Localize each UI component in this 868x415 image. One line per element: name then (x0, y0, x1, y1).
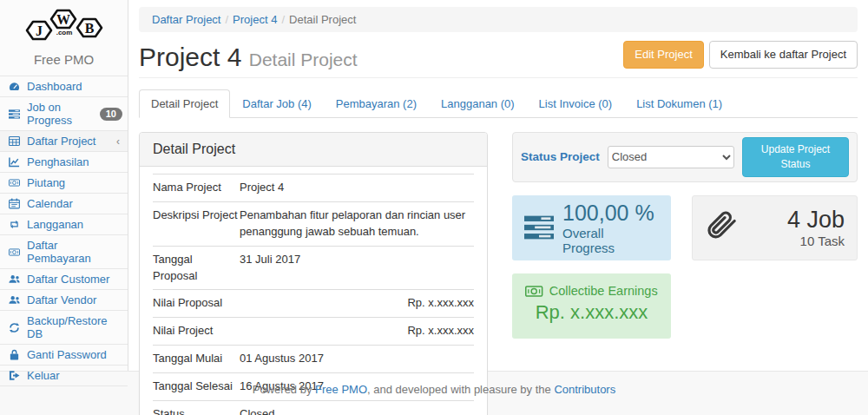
sidebar-item-label: Daftar Vendor (27, 293, 96, 306)
tab-content: Detail Project Nama ProjectProject 4Desk… (139, 132, 858, 415)
detail-row-value: 31 Juli 2017 (240, 246, 474, 290)
retweet-icon (7, 219, 22, 230)
status-project-select[interactable]: Closed (608, 146, 734, 168)
sidebar-item-job-on-progress[interactable]: Job on Progress10 (0, 97, 128, 131)
footer-link-contributors[interactable]: Contributors (554, 383, 615, 396)
sidebar-item-label: Piutang (27, 176, 65, 189)
overall-progress-box: 100,00 % Overall Progress (512, 195, 671, 260)
sidebar-item-label: Langganan (27, 218, 83, 231)
breadcrumb-item-detail-project: Detail Project (289, 13, 356, 26)
earnings-value: Rp. x.xxx.xxx (524, 301, 659, 324)
users-icon (7, 294, 22, 306)
job-count-badge: 10 (100, 108, 122, 121)
detail-row-value: Closed (240, 400, 474, 415)
tab-list-invoice-0-[interactable]: List Invoice (0) (527, 89, 625, 118)
logo-letter-b: B (84, 21, 94, 36)
page-subtitle: Detail Project (249, 49, 358, 69)
tab-bar: Detail ProjectDaftar Job (4)Pembayaran (… (139, 89, 858, 118)
money-icon (7, 177, 22, 188)
sidebar-item-daftar-vendor[interactable]: Daftar Vendor (0, 290, 128, 311)
calendar-icon (7, 198, 22, 209)
signout-icon (7, 370, 22, 381)
status-project-bar: Status Project Closed Update Project Sta… (512, 132, 858, 182)
sidebar-item-ganti-password[interactable]: Ganti Password (0, 345, 128, 366)
tab-pembayaran-2-[interactable]: Pembayaran (2) (324, 89, 429, 118)
detail-panel-title: Detail Project (140, 133, 487, 167)
detail-row-label: Nilai Project (153, 318, 240, 346)
page-title-text: Project 4 (139, 43, 241, 71)
chart-icon (7, 156, 22, 168)
table-row: Tanggal Mulai01 Agustus 2017 (153, 346, 474, 373)
sidebar-item-calendar[interactable]: Calendar (0, 194, 128, 214)
sidebar-item-backup-restore-db[interactable]: Backup/Restore DB (0, 311, 128, 345)
breadcrumb-item-daftar-project[interactable]: Daftar Project (152, 13, 220, 26)
sidebar-item-label: Daftar Project (27, 135, 95, 148)
stat-row-2: Collectibe Earnings Rp. x.xxx.xxx (512, 273, 858, 339)
logo-letter-w: W (56, 12, 70, 27)
job-count: 4 Job (787, 208, 845, 234)
sidebar-item-daftar-customer[interactable]: Daftar Customer (0, 269, 128, 290)
status-project-label: Status Project (521, 150, 600, 163)
sidebar-item-daftar-pembayaran[interactable]: Daftar Pembayaran (0, 235, 128, 269)
detail-row-label: Status (153, 400, 240, 415)
breadcrumb-item-project-4[interactable]: Project 4 (233, 13, 277, 26)
detail-row-value: 01 Agustus 2017 (240, 346, 474, 373)
detail-row-value: Penambahan fitur pelaporan dan rincian u… (240, 202, 474, 247)
table-icon (7, 135, 22, 147)
detail-panel: Detail Project Nama ProjectProject 4Desk… (139, 132, 488, 415)
money-icon (525, 284, 542, 299)
users-icon (7, 273, 22, 285)
detail-row-label: Nama Project (153, 175, 240, 202)
page-title: Project 4 Detail Project (139, 44, 358, 70)
sidebar-item-label: Dashboard (27, 80, 82, 93)
tab-daftar-job-4-[interactable]: Daftar Job (4) (230, 89, 323, 118)
earnings-label: Collectibe Earnings (549, 284, 658, 298)
tasks-icon (7, 109, 22, 120)
brand-name: Free PMO (0, 49, 128, 76)
sidebar-item-keluar[interactable]: Keluar (0, 366, 128, 386)
jwb-logo-icon: J W B .com (19, 6, 109, 46)
tab-detail-project[interactable]: Detail Project (139, 89, 230, 118)
edit-project-button[interactable]: Edit Project (623, 41, 703, 69)
update-project-status-button[interactable]: Update Project Status (742, 137, 849, 177)
sidebar-item-daftar-project[interactable]: Daftar Project‹ (0, 131, 128, 152)
breadcrumb-separator: / (277, 13, 289, 26)
sidebar-item-label: Job on Progress (27, 101, 100, 127)
sidebar-item-dashboard[interactable]: Dashboard (0, 76, 128, 97)
job-task-box: 4 Job 10 Task (692, 195, 858, 260)
stat-row: 100,00 % Overall Progress 4 Job 10 Task (512, 195, 858, 260)
page: J W B .com Free PMO DashboardJob on Prog… (0, 0, 868, 371)
logo-letter-j: J (36, 23, 43, 38)
lock-icon (7, 349, 22, 360)
detail-row-label: Tanggal Mulai (153, 346, 240, 373)
sidebar-item-piutang[interactable]: Piutang (0, 173, 128, 194)
table-row: Tanggal Proposal31 Juli 2017 (153, 246, 474, 290)
detail-row-label: Deskripsi Project (153, 202, 240, 247)
chevron-left-icon: ‹ (116, 135, 122, 148)
table-row: StatusClosed (153, 400, 474, 415)
sidebar-item-penghasilan[interactable]: Penghasilan (0, 152, 128, 173)
footer-text-middle: , and developed with pleasure by the (367, 383, 554, 396)
sidebar-item-label: Backup/Restore DB (27, 314, 122, 340)
table-row: Deskripsi ProjectPenambahan fitur pelapo… (153, 202, 474, 247)
detail-column: Detail Project Nama ProjectProject 4Desk… (139, 132, 488, 415)
tab-langganan-0-[interactable]: Langganan (0) (429, 89, 527, 118)
logo-domain: .com (56, 29, 72, 36)
detail-row-value: Rp. x.xxx.xxx (240, 290, 474, 318)
collectible-earnings-box: Collectibe Earnings Rp. x.xxx.xxx (512, 273, 671, 339)
overall-progress-label: Overall Progress (562, 226, 659, 255)
back-to-project-list-button[interactable]: Kembali ke daftar Project (709, 41, 858, 69)
sidebar-item-label: Calendar (27, 197, 73, 210)
detail-row-value: Project 4 (240, 175, 474, 202)
detail-row-value: Rp. x.xxx.xxx (240, 318, 474, 346)
tab-list-dokumen-1-[interactable]: List Dokumen (1) (624, 89, 734, 118)
sidebar-item-label: Daftar Pembayaran (27, 239, 122, 265)
detail-panel-body: Nama ProjectProject 4Deskripsi ProjectPe… (140, 167, 487, 415)
detail-table: Nama ProjectProject 4Deskripsi ProjectPe… (153, 174, 474, 415)
breadcrumb: Daftar Project/Project 4/Detail Project (139, 7, 858, 32)
task-count: 10 Task (787, 234, 845, 248)
dashboard-icon (7, 81, 22, 92)
sidebar-item-label: Keluar (27, 369, 60, 382)
footer-link-freepmo[interactable]: Free PMO (315, 383, 367, 396)
sidebar-item-langganan[interactable]: Langganan (0, 214, 128, 235)
